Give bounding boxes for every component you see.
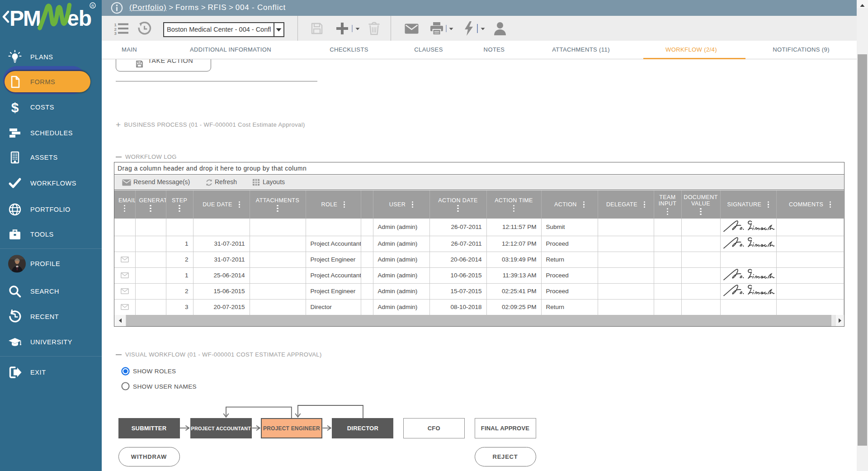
svg-text:3: 3	[114, 31, 117, 35]
svg-text:$: $	[11, 100, 19, 114]
svg-text:R: R	[91, 4, 94, 8]
svg-text:PM: PM	[9, 6, 40, 30]
